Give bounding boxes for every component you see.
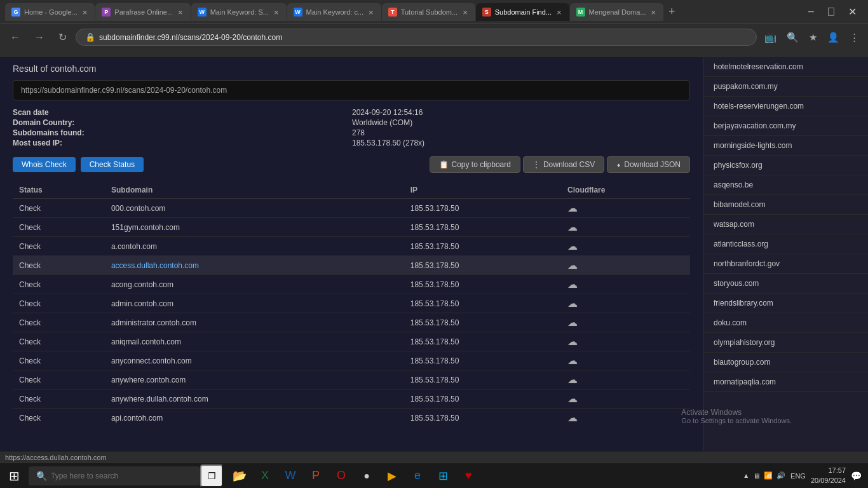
browser-tab-1[interactable]: GHome - Google...× <box>5 3 95 21</box>
sidebar-item-16[interactable]: mornatipaqlia.com <box>703 372 868 392</box>
taskbar-app-vlc[interactable]: ▶ <box>381 464 403 487</box>
sidebar-item-15[interactable]: biautogroup.com <box>703 353 868 372</box>
forward-button[interactable]: → <box>29 29 50 46</box>
sidebar-item-6[interactable]: asqenso.be <box>703 175 868 195</box>
tab-label: Subdomain Find... <box>495 8 552 16</box>
tab-close-button[interactable]: × <box>555 6 563 18</box>
reload-button[interactable]: ↻ <box>53 29 72 46</box>
sidebar-item-14[interactable]: olympiahistory.org <box>703 333 868 353</box>
cell-subdomain: anywhere.dullah.contoh.com <box>105 390 404 409</box>
taskbar-search[interactable]: 🔍 Type here to search <box>29 466 200 485</box>
sidebar-item-10[interactable]: northbranfordct.gov <box>703 254 868 274</box>
cell-status: Check <box>13 294 105 313</box>
scan-date-value: 2024-09-20 12:54:16 <box>352 108 690 117</box>
tray-chevron[interactable]: ▲ <box>743 472 749 479</box>
tab-label: Tutorial Subdom... <box>401 8 458 16</box>
taskbar-app-excel[interactable]: X <box>254 464 276 487</box>
download-json-button[interactable]: ⬧ Download JSON <box>607 156 690 173</box>
cell-subdomain[interactable]: access.dullah.contoh.com <box>105 256 404 275</box>
sidebar-item-4[interactable]: morningside-lights.com <box>703 136 868 156</box>
table-row: Checkanywhere.contoh.com185.53.178.50☁ <box>13 370 690 390</box>
tab-close-button[interactable]: × <box>177 6 184 18</box>
bookmark-button[interactable]: ★ <box>805 29 821 46</box>
taskbar-app-edge[interactable]: e <box>406 464 429 487</box>
browser-tab-2[interactable]: PParafrase Online...× <box>95 3 190 21</box>
browser-tab-6[interactable]: SSubdomain Find...× <box>476 3 569 21</box>
cell-subdomain: 151gym.contoh.com <box>105 218 404 237</box>
url-bar: https://subdomainfinder.c99.nl/scans/202… <box>13 80 690 100</box>
tab-close-button[interactable]: × <box>461 6 469 18</box>
tray-network-icon: 🖥 <box>753 472 760 480</box>
tab-close-button[interactable]: × <box>367 6 375 18</box>
browser-titlebar: GHome - Google...×PParafrase Online...×W… <box>0 0 868 23</box>
cloudflare-icon: ☁ <box>567 260 578 271</box>
browser-tab-5[interactable]: TTutorial Subdom...× <box>382 3 475 21</box>
sidebar-item-9[interactable]: atlanticclass.org <box>703 234 868 254</box>
maximize-button[interactable]: ⎕ <box>822 3 841 20</box>
cell-ip: 185.53.178.50 <box>404 351 561 370</box>
sidebar-item-5[interactable]: physicsfox.org <box>703 156 868 175</box>
cell-status: Check <box>13 218 105 237</box>
subdomain-link[interactable]: access.dullah.contoh.com <box>111 261 199 270</box>
cast-button[interactable]: 📺 <box>761 29 780 46</box>
taskbar-app-antivirus[interactable]: ♥ <box>457 464 480 487</box>
sidebar-item-11[interactable]: storyous.com <box>703 274 868 294</box>
taskview-button[interactable]: ❐ <box>200 464 223 487</box>
start-button[interactable]: ⊞ <box>0 463 29 489</box>
download-csv-button[interactable]: ⋮ Download CSV <box>523 156 604 173</box>
cell-ip: 185.53.178.50 <box>404 275 561 294</box>
taskbar-app-windows[interactable]: ⊞ <box>431 464 454 487</box>
menu-button[interactable]: ⋮ <box>846 29 863 46</box>
address-bar[interactable]: 🔒 subdomainfinder.c99.nl/scans/2024-09-2… <box>76 29 757 46</box>
browser-tab-4[interactable]: WMain Keyword: c...× <box>287 3 381 21</box>
browser-tab-7[interactable]: MMengenal Doma...× <box>570 3 663 21</box>
zoom-button[interactable]: 🔍 <box>783 29 803 46</box>
table-row: Checkaniqmail.contoh.com185.53.178.50☁ <box>13 332 690 351</box>
tab-close-button[interactable]: × <box>273 6 280 18</box>
minimize-button[interactable]: – <box>802 3 820 20</box>
tab-favicon: W <box>294 8 302 17</box>
cell-subdomain: anywhere.contoh.com <box>105 370 404 390</box>
clock[interactable]: 17:57 20/09/2024 <box>811 466 846 485</box>
tab-close-button[interactable]: × <box>650 6 658 18</box>
new-tab-button[interactable]: + <box>663 3 681 21</box>
scan-date-label: Scan date <box>13 108 351 117</box>
sidebar-item-8[interactable]: watsap.com <box>703 215 868 234</box>
cell-status: Check <box>13 390 105 409</box>
taskbar-app-powerpoint[interactable]: P <box>304 464 327 487</box>
sidebar-item-1[interactable]: puspakom.com.my <box>703 77 868 97</box>
sidebar-item-3[interactable]: berjayavacation.com.my <box>703 116 868 136</box>
taskbar-app-opera[interactable]: O <box>330 464 353 487</box>
table-row: Checkanywhere.dullah.contoh.com185.53.17… <box>13 390 690 409</box>
whois-check-button[interactable]: Whois Check <box>13 157 76 172</box>
cloudflare-icon: ☁ <box>567 393 578 404</box>
close-button[interactable]: ✕ <box>842 3 863 20</box>
taskbar: ⊞ 🔍 Type here to search ❐ 📂 X W P O ● ▶ … <box>0 463 868 488</box>
cell-ip: 185.53.178.50 <box>404 409 561 424</box>
sidebar-item-2[interactable]: hotels-reservierungen.com <box>703 97 868 116</box>
browser-tab-3[interactable]: WMain Keyword: S...× <box>191 3 287 21</box>
cell-cloudflare: ☁ <box>561 351 690 370</box>
taskbar-app-word[interactable]: W <box>279 464 302 487</box>
notifications-icon[interactable]: 💬 <box>851 471 862 481</box>
cell-status: Check <box>13 275 105 294</box>
clock-time: 17:57 <box>811 466 846 475</box>
sidebar-item-0[interactable]: hotelmotelreservation.com <box>703 57 868 77</box>
cell-subdomain: aniqmail.contoh.com <box>105 332 404 351</box>
sidebar-item-13[interactable]: doku.com <box>703 313 868 333</box>
check-status-button[interactable]: Check Status <box>81 157 144 172</box>
taskbar-app-chrome[interactable]: ● <box>355 464 378 487</box>
cell-cloudflare: ☁ <box>561 370 690 390</box>
col-header-cloudflare: Cloudflare <box>561 182 690 199</box>
profile-button[interactable]: 👤 <box>824 29 843 46</box>
sidebar-item-7[interactable]: bibamodel.com <box>703 195 868 215</box>
cell-subdomain: 000.contoh.com <box>105 199 404 218</box>
copy-clipboard-button[interactable]: 📋 Copy to clipboard <box>430 156 520 173</box>
taskbar-app-explorer[interactable]: 📂 <box>228 464 251 487</box>
tab-close-button[interactable]: × <box>81 6 89 18</box>
status-url: https://access.dullah.contoh.com <box>5 454 107 461</box>
clock-date: 20/09/2024 <box>811 476 846 485</box>
cell-cloudflare: ☁ <box>561 218 690 237</box>
back-button[interactable]: ← <box>5 29 25 46</box>
sidebar-item-12[interactable]: friendslibrary.com <box>703 294 868 313</box>
